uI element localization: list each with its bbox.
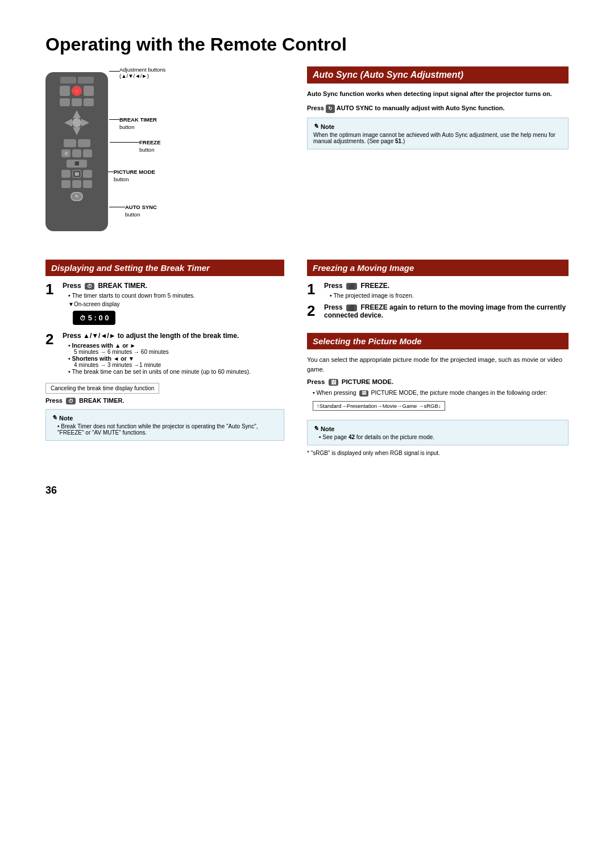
auto-sync-body2: Press ↻ AUTO SYNC to manually adjust wit… (307, 103, 569, 114)
note-icon: ✎ (313, 123, 318, 130)
annotation-auto-sync: AUTO SYNC (125, 204, 157, 210)
annotation-picture-mode-label: button (114, 176, 128, 182)
break-timer-note: ✎ Note • Break Timer does not function w… (45, 409, 284, 441)
onscreen-label: ▼On-screen display (68, 301, 284, 307)
picture-mode-note: ✎ Note • See page 42 for details on the … (307, 420, 569, 445)
auto-sync-note: ✎ Note When the optimum image cannot be … (307, 118, 569, 149)
picture-mode-header: Selecting the Picture Mode (307, 333, 569, 349)
freezing-step2: 2 Press ⬛ FREEZE again to return to the … (307, 303, 569, 322)
remote-diagram: ○ (45, 66, 262, 243)
page-title: Operating with the Remote Control (45, 34, 569, 55)
annotation-break-timer: BREAK TIMER (119, 116, 157, 123)
note-pen-icon2: ✎ (313, 425, 318, 432)
picture-mode-bullet: • When pressing 🖼 PICTURE MODE, the pict… (313, 389, 569, 397)
annotation-auto-sync-label: button (125, 211, 140, 218)
annotation-picture-mode: PICTURE MODE (114, 169, 155, 175)
note-pen-icon: ✎ (52, 414, 57, 422)
mode-cycle: ↑Standard→Presentation→Movie→Game →sRGB↓ (313, 401, 445, 411)
freezing-header: Freezing a Moving Image (307, 260, 569, 276)
cancel-press: Press ⏱ BREAK TIMER. (45, 397, 284, 404)
picture-mode-intro: You can select the appropriate picture m… (307, 355, 569, 374)
timer-display: ⏱ 5 : 0 0 (73, 311, 115, 325)
picture-mode-press: Press 🖼 PICTURE MODE. (307, 378, 569, 386)
freezing-step1: 1 Press ⬛ FREEZE. • The projected image … (307, 282, 569, 299)
break-timer-header: Displaying and Setting the Break Timer (45, 260, 284, 276)
auto-sync-header: Auto Sync (Auto Sync Adjustment) (307, 66, 569, 84)
break-timer-step2: 2 Press ▲/▼/◄/► to adjust the length of … (45, 332, 284, 375)
picture-mode-footnote: * "sRGB" is displayed only when RGB sign… (307, 450, 569, 456)
annotation-adjustment: Adjustment buttons (▲/▼/◄/►) (119, 66, 165, 79)
annotation-freeze: FREEZE (139, 139, 160, 145)
annotation-freeze-label: button (139, 147, 154, 153)
break-timer-step1: 1 Press ⏱ BREAK TIMER. • The timer start… (45, 282, 284, 327)
cancel-box: Canceling the break time display functio… (45, 383, 159, 394)
page-number: 36 (45, 485, 569, 496)
annotation-break-timer-label: button (119, 124, 134, 130)
auto-sync-body1: Auto Sync function works when detecting … (307, 89, 569, 99)
